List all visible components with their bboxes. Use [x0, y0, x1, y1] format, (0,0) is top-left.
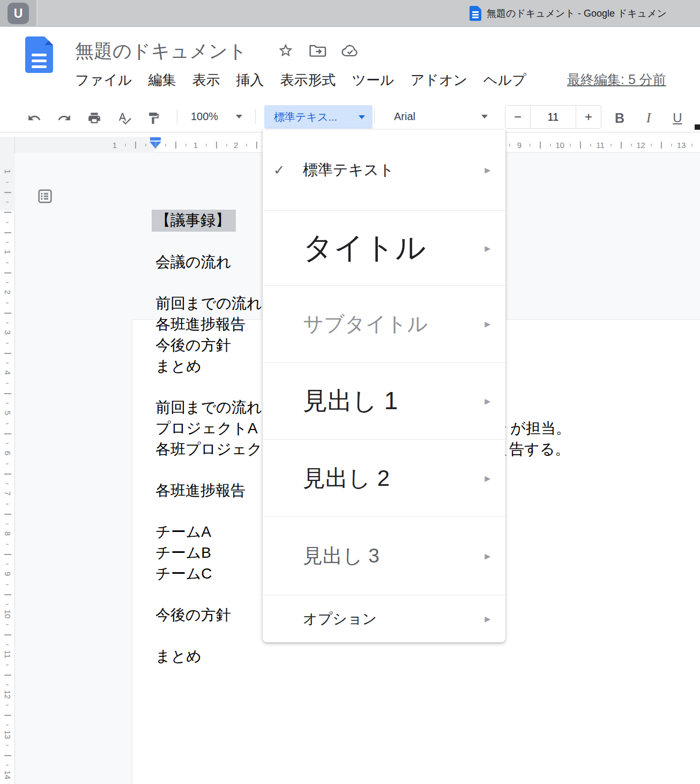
menu-item-2[interactable]: 編集	[148, 71, 176, 90]
style-menu-label: オプション	[303, 609, 377, 628]
ruler-number: 3	[3, 330, 12, 335]
undo-button[interactable]	[25, 108, 44, 128]
show-outline-button[interactable]	[33, 184, 57, 208]
ruler-number: 1	[3, 169, 12, 174]
ruler-tick	[4, 474, 11, 475]
menu-item-7[interactable]: アドオン	[411, 71, 467, 90]
menu-item-5[interactable]: 表示形式	[280, 71, 336, 90]
style-menu-item-5[interactable]: 見出し 2▶	[263, 440, 505, 517]
doc-line: チームC	[155, 565, 212, 583]
ruler-number: 11	[596, 140, 605, 149]
ruler-tick	[6, 403, 9, 404]
ruler-tick	[216, 142, 217, 149]
doc-line: まとめ	[155, 357, 202, 375]
browser-tab[interactable]: 無題のドキュメント - Google ドキュメン	[470, 0, 700, 27]
ruler-tick	[4, 433, 11, 434]
ruler-number: 7	[3, 491, 12, 495]
doc-line-fragment: が担当。	[510, 419, 571, 438]
ruler-tick	[6, 262, 9, 263]
first-line-indent-icon[interactable]	[150, 137, 161, 140]
ruler-tick	[6, 202, 9, 203]
ruler-tick	[4, 272, 11, 273]
app-icon-u[interactable]: U	[8, 3, 29, 24]
paragraph-style-button[interactable]: 標準テキス...	[264, 105, 373, 129]
ruler-tick	[256, 142, 257, 149]
docs-favicon-icon	[470, 6, 481, 21]
font-size-decrease-button[interactable]: −	[505, 105, 531, 129]
ruler-corner	[0, 137, 15, 153]
print-button[interactable]	[85, 108, 104, 128]
print-icon	[87, 111, 101, 125]
style-menu-item-1[interactable]: ✓標準テキスト▶	[263, 130, 505, 211]
zoom-select[interactable]: 100%	[191, 110, 218, 123]
ruler-tick	[6, 705, 9, 706]
star-icon	[278, 42, 294, 58]
ruler-tick	[145, 144, 146, 146]
spellcheck-button[interactable]	[115, 108, 134, 128]
ruler-tick	[4, 393, 11, 394]
style-menu-item-3[interactable]: サブタイトル▶	[263, 286, 505, 363]
doc-line: まとめ	[155, 647, 202, 665]
browser-tab-bar: U 無題のドキュメント - Google ドキュメン	[0, 0, 700, 27]
doc-line: プロジェクトA	[155, 419, 258, 438]
doc-line-fragment: 告する。	[509, 440, 570, 458]
ruler-tick	[4, 192, 11, 193]
paint-format-button[interactable]	[144, 108, 163, 128]
style-menu-label: 見出し 2	[303, 463, 390, 493]
spellcheck-icon	[117, 111, 132, 125]
ruler-tick	[6, 463, 9, 464]
style-menu-item-7[interactable]: オプション▶	[263, 595, 505, 642]
ruler-tick	[6, 644, 9, 645]
last-edit-link[interactable]: 最終編集: 5 分前	[567, 71, 666, 88]
bold-button[interactable]: B	[611, 109, 628, 127]
document-title[interactable]: 無題のドキュメント	[75, 39, 247, 64]
font-select[interactable]: Arial	[394, 110, 415, 123]
style-menu-label: 標準テキスト	[303, 160, 394, 180]
ruler-tick	[631, 144, 632, 146]
style-menu-item-4[interactable]: 見出し 1▶	[263, 363, 505, 440]
star-button[interactable]	[277, 42, 295, 59]
menu-item-1[interactable]: ファイル	[75, 71, 132, 90]
ruler-tick	[6, 584, 9, 585]
ruler-tick	[6, 222, 9, 223]
check-icon: ✓	[273, 162, 285, 179]
ruler-number: 5	[3, 411, 12, 415]
font-size-value[interactable]: 11	[530, 105, 576, 129]
doc-line: 各班プロジェク	[155, 440, 262, 458]
underline-button[interactable]: U	[669, 109, 686, 127]
ruler-number: 13	[677, 140, 686, 149]
redo-icon	[57, 111, 71, 125]
ruler-number: 12	[3, 690, 12, 699]
style-menu-item-2[interactable]: タイトル▶	[263, 211, 505, 286]
italic-button[interactable]: I	[640, 109, 657, 127]
style-menu-label: タイトル	[303, 228, 426, 269]
style-menu-item-6[interactable]: 見出し 3▶	[263, 517, 505, 595]
ruler-tick	[4, 514, 11, 515]
zoom-caret-icon[interactable]	[236, 115, 242, 119]
save-status-button[interactable]	[341, 42, 359, 59]
ruler-tick	[155, 142, 157, 149]
ruler-tick	[4, 212, 11, 213]
ruler-tick	[590, 144, 591, 146]
ruler-tick	[651, 144, 652, 146]
menu-item-6[interactable]: ツール	[352, 71, 394, 90]
style-caret-icon	[359, 115, 365, 119]
submenu-arrow-icon: ▶	[485, 397, 490, 405]
ruler-tick	[6, 544, 9, 545]
font-caret-icon[interactable]	[481, 115, 488, 119]
move-to-folder-button[interactable]	[309, 42, 327, 59]
undo-icon	[27, 111, 41, 125]
ruler-number: 13	[3, 730, 12, 739]
ruler-tick	[246, 144, 247, 146]
ruler-tick	[165, 144, 166, 146]
doc-line: チームB	[155, 544, 211, 562]
ruler-tick	[6, 624, 9, 625]
menu-item-4[interactable]: 挿入	[236, 71, 264, 90]
ruler-number: 1	[113, 140, 117, 149]
font-size-increase-button[interactable]: +	[576, 105, 601, 129]
ruler-tick	[6, 242, 9, 243]
docs-logo-icon[interactable]	[25, 36, 53, 73]
menu-item-8[interactable]: ヘルプ	[483, 71, 526, 90]
menu-item-3[interactable]: 表示	[192, 71, 220, 90]
redo-button[interactable]	[55, 108, 74, 128]
